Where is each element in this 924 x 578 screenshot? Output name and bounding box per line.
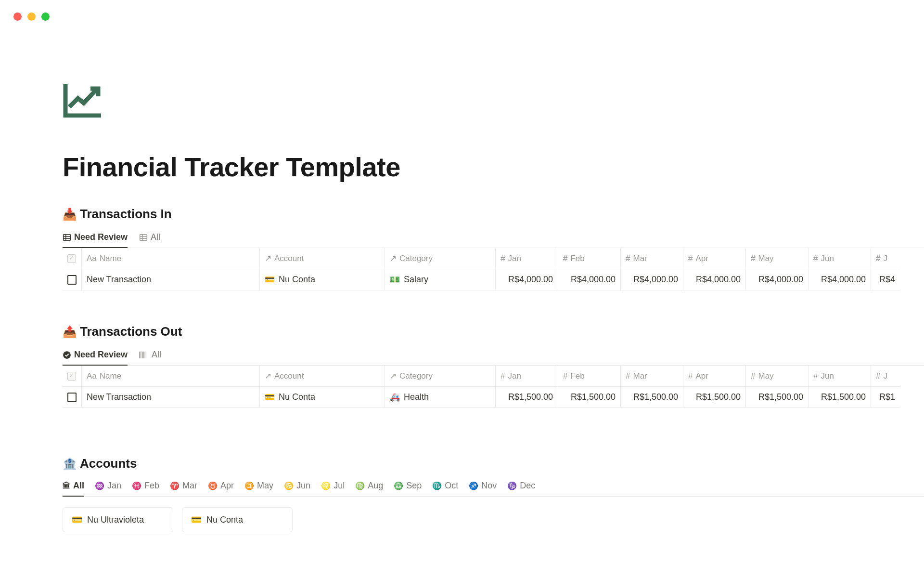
column-header[interactable]: Apr [695,254,708,263]
column-header[interactable]: J [883,371,887,381]
relation-column-icon: ↗ [265,371,271,381]
acc-tab-jun[interactable]: ♋Jun [284,481,310,497]
column-header[interactable]: Account [274,254,304,263]
checkbox-header-icon[interactable] [67,254,76,263]
zodiac-icon: ♍ [355,481,365,490]
column-header[interactable]: Jan [508,371,521,381]
relation-column-icon: ↗ [390,371,397,381]
tab-label: All [73,481,84,491]
column-header[interactable]: Jun [821,254,834,263]
svg-rect-14 [146,352,146,358]
column-header[interactable]: Category [399,371,433,381]
checkbox-header-icon[interactable] [67,372,76,381]
cell-text: Nu Conta [279,392,315,402]
cell-jun[interactable]: R$4,000.00 [808,269,871,290]
column-header[interactable]: Apr [695,371,708,381]
number-column-icon: # [626,254,630,263]
cell-apr[interactable]: R$4,000.00 [683,269,745,290]
fullscreen-window-icon[interactable] [41,13,50,21]
section-title-text: Transactions Out [80,324,182,339]
column-header[interactable]: May [758,254,773,263]
text-column-icon: Aa [87,254,97,263]
acc-tab-oct[interactable]: ♏Oct [432,481,458,497]
cell-may[interactable]: R$4,000.00 [746,269,808,290]
acc-tab-sep[interactable]: ♎Sep [394,481,422,497]
account-card[interactable]: 💳 Nu Ultravioleta [63,507,173,532]
row-checkbox[interactable] [67,275,77,285]
cell-feb[interactable]: R$1,500.00 [558,387,620,408]
card-icon: 💳 [265,275,275,285]
cell-feb[interactable]: R$4,000.00 [558,269,620,290]
acc-tab-mar[interactable]: ♈Mar [170,481,197,497]
zodiac-icon: ♋ [284,481,294,490]
tab-need-review[interactable]: Need Review [63,232,128,248]
tabs-accounts: 🏛All ♒Jan ♓Feb ♈Mar ♉Apr ♊May ♋Jun ♌Jul … [63,481,924,497]
acc-tab-jan[interactable]: ♒Jan [95,481,121,497]
category-icon: 💵 [390,275,400,285]
page-chart-icon [63,82,924,118]
bank-icon: 🏦 [63,457,77,471]
cell-jun[interactable]: R$1,500.00 [808,387,871,408]
tab-all[interactable]: All [139,350,161,366]
cell-apr[interactable]: R$1,500.00 [683,387,745,408]
column-header[interactable]: Mar [633,371,647,381]
inbox-icon: 📥 [63,208,77,221]
cell-account[interactable]: 💳 Nu Conta [260,269,385,290]
cell-jan[interactable]: R$1,500.00 [496,387,558,408]
cell-mar[interactable]: R$4,000.00 [621,269,683,290]
svg-rect-4 [140,234,147,240]
cell-jul[interactable]: R$1 [871,387,900,408]
acc-tab-nov[interactable]: ♐Nov [469,481,497,497]
acc-tab-all[interactable]: 🏛All [63,481,84,497]
row-checkbox[interactable] [67,393,77,402]
number-column-icon: # [563,371,567,381]
column-header[interactable]: May [758,371,773,381]
tab-label: Oct [445,481,458,491]
column-header[interactable]: Feb [570,371,584,381]
tab-label: Jun [296,481,310,491]
column-header[interactable]: Feb [570,254,584,263]
number-column-icon: # [688,371,693,381]
zodiac-icon: ♊ [244,481,254,490]
outbox-icon: 📤 [63,325,77,339]
column-header[interactable]: Name [100,254,121,263]
cell-category[interactable]: 💵 Salary [385,269,495,290]
cell-text: Nu Conta [279,275,315,285]
column-header[interactable]: J [883,254,887,263]
tab-label: All [151,232,160,242]
svg-rect-11 [142,352,143,358]
cell-name[interactable]: New Transaction [82,387,259,408]
section-transactions-in: 📥 Transactions In Need Review All [63,207,924,290]
cell-account[interactable]: 💳 Nu Conta [260,387,385,408]
tab-all[interactable]: All [139,232,160,248]
tab-label: Aug [368,481,383,491]
table-transactions-out: Aa Name New Transaction ↗ Account 💳 Nu C… [63,366,924,408]
tab-need-review[interactable]: Need Review [63,350,128,366]
acc-tab-jul[interactable]: ♌Jul [321,481,345,497]
cell-category[interactable]: 🚑 Health [385,387,495,408]
acc-tab-aug[interactable]: ♍Aug [355,481,383,497]
acc-tab-feb[interactable]: ♓Feb [132,481,159,497]
close-window-icon[interactable] [13,13,22,21]
minimize-window-icon[interactable] [27,13,36,21]
cell-may[interactable]: R$1,500.00 [746,387,808,408]
column-header[interactable]: Jun [821,371,834,381]
column-header[interactable]: Name [100,371,121,381]
text-column-icon: Aa [87,371,97,381]
section-title-text: Accounts [80,456,137,471]
column-header[interactable]: Account [274,371,304,381]
tab-label: All [152,350,161,360]
cell-jul[interactable]: R$4 [871,269,900,290]
cell-mar[interactable]: R$1,500.00 [621,387,683,408]
number-column-icon: # [626,371,630,381]
account-card[interactable]: 💳 Nu Conta [182,507,293,532]
acc-tab-apr[interactable]: ♉Apr [208,481,234,497]
acc-tab-may[interactable]: ♊May [244,481,273,497]
column-header[interactable]: Category [399,254,433,263]
cell-jan[interactable]: R$4,000.00 [496,269,558,290]
acc-tab-dec[interactable]: ♑Dec [507,481,535,497]
cell-name[interactable]: New Transaction [82,269,259,290]
column-header[interactable]: Mar [633,254,647,263]
column-header[interactable]: Jan [508,254,521,263]
barcode-icon [139,352,149,358]
